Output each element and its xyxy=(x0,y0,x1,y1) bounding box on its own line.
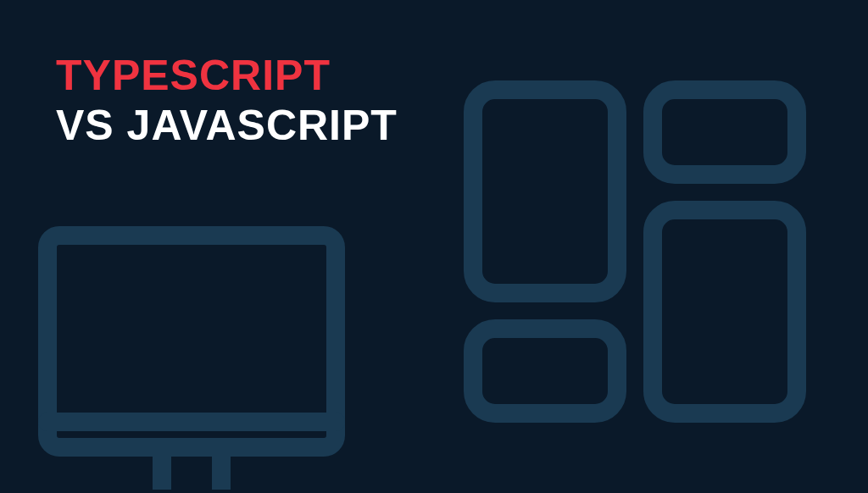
grid-layout-icon xyxy=(458,75,831,476)
heading-line-2: VS JAVASCRIPT xyxy=(56,102,398,149)
heading-line-1: TYPESCRIPT xyxy=(56,53,398,99)
svg-rect-4 xyxy=(473,90,617,293)
svg-rect-6 xyxy=(473,329,617,413)
svg-rect-7 xyxy=(653,210,797,413)
monitor-icon xyxy=(31,219,353,493)
heading-container: TYPESCRIPT VS JAVASCRIPT xyxy=(56,53,398,149)
svg-rect-5 xyxy=(653,90,797,174)
